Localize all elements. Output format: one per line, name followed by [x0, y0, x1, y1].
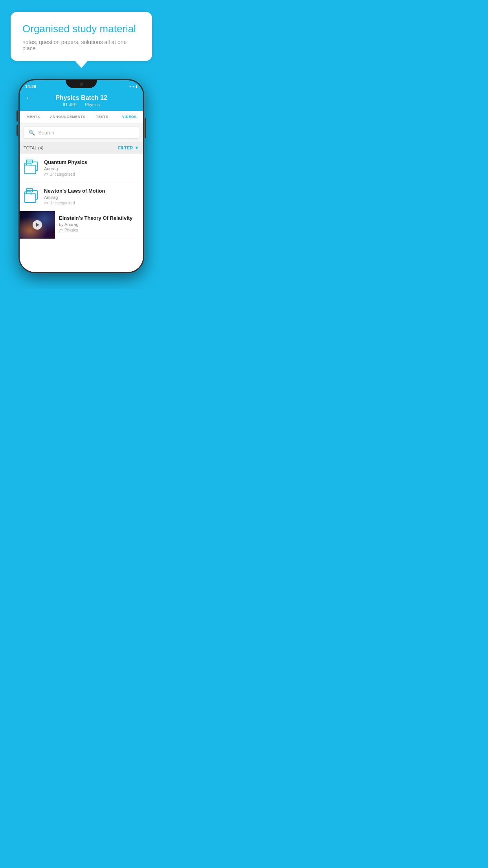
back-button[interactable]: ← — [25, 94, 32, 102]
filter-button[interactable]: FILTER ▼ — [118, 145, 139, 151]
item-tag-1: 🏷 Uncategorized — [44, 172, 139, 177]
signal-icon: ◂ — [132, 85, 134, 88]
wifi-icon: ▾ — [129, 85, 131, 88]
header-subtitle: IIT JEE Physics — [61, 102, 101, 107]
content-list: Quantum Physics Anurag 🏷 Uncategorized — [20, 154, 143, 272]
tabs-bar: MENTS ANNOUNCEMENTS TESTS VIDEOS — [20, 111, 143, 123]
app-header: ← Physics Batch 12 IIT JEE Physics — [20, 91, 143, 111]
search-placeholder: Search — [38, 130, 54, 136]
tag-icon-1: 🏷 — [44, 172, 48, 177]
speech-bubble: Organised study material notes, question… — [11, 12, 152, 61]
header-row: ← Physics Batch 12 — [25, 94, 138, 101]
bubble-title: Organised study material — [22, 23, 140, 35]
list-item-video[interactable]: Einstein's Theory Of Relativity by Anura… — [20, 211, 143, 239]
notch — [66, 80, 97, 88]
video-title-3: Einstein's Theory Of Relativity — [59, 215, 139, 221]
video-author-3: by Anurag — [59, 222, 139, 227]
tab-tests[interactable]: TESTS — [88, 111, 116, 123]
video-tag-3: 🏷 Physics — [59, 228, 139, 232]
play-icon — [36, 223, 39, 227]
search-bar: 🔍 Search — [20, 123, 143, 142]
app-screen: ← Physics Batch 12 IIT JEE Physics MENTS… — [20, 91, 143, 272]
item-author-2: Anurag — [44, 195, 139, 200]
item-title-1: Quantum Physics — [44, 159, 139, 165]
tag-label-3: Physics — [64, 228, 78, 232]
phone-frame: 14:29 ▾ ◂ ▮ ← Physics Batch 12 IIT JEE — [18, 79, 144, 273]
list-item[interactable]: Quantum Physics Anurag 🏷 Uncategorized — [20, 154, 143, 182]
search-input-container[interactable]: 🔍 Search — [24, 127, 139, 139]
list-item[interactable]: Newton's Laws of Motion Anurag 🏷 Uncateg… — [20, 182, 143, 211]
phone-side-left-2 — [17, 125, 18, 136]
folder-icon-1 — [24, 159, 39, 177]
phone-side-left — [17, 110, 18, 121]
item-tag-2: 🏷 Uncategorized — [44, 201, 139, 205]
total-count: TOTAL (4) — [24, 145, 44, 150]
tab-videos[interactable]: VIDEOS — [116, 111, 143, 123]
status-icons: ▾ ◂ ▮ — [129, 85, 138, 88]
filter-icon: ▼ — [134, 145, 139, 151]
tag-icon-3: 🏷 — [59, 228, 63, 232]
phone-side-right — [145, 118, 146, 138]
folder-front-1 — [24, 165, 36, 174]
play-button[interactable] — [33, 220, 42, 230]
tag-label-1: Uncategorized — [50, 172, 75, 177]
tab-announcements[interactable]: ANNOUNCEMENTS — [47, 111, 88, 123]
phone-wrapper: 14:29 ▾ ◂ ▮ ← Physics Batch 12 IIT JEE — [18, 79, 144, 273]
tag-label-2: Uncategorized — [50, 201, 75, 205]
status-bar: 14:29 ▾ ◂ ▮ — [20, 80, 143, 91]
folder-icon-2 — [24, 188, 39, 205]
item-title-2: Newton's Laws of Motion — [44, 188, 139, 194]
header-title: Physics Batch 12 — [55, 94, 107, 101]
subtitle-part1: IIT JEE — [63, 102, 77, 107]
tag-icon-2: 🏷 — [44, 201, 48, 205]
item-content-1: Quantum Physics Anurag 🏷 Uncategorized — [44, 159, 139, 177]
status-time: 14:29 — [25, 84, 36, 89]
subtitle-part2: Physics — [85, 102, 100, 107]
search-icon: 🔍 — [29, 130, 35, 136]
filter-label: FILTER — [118, 145, 133, 150]
notch-camera — [80, 83, 83, 86]
filter-bar: TOTAL (4) FILTER ▼ — [20, 142, 143, 154]
battery-icon: ▮ — [136, 85, 138, 88]
item-content-2: Newton's Laws of Motion Anurag 🏷 Uncateg… — [44, 188, 139, 205]
bubble-subtitle: notes, question papers, solutions all at… — [22, 39, 140, 51]
tab-ments[interactable]: MENTS — [20, 111, 47, 123]
video-thumbnail — [20, 211, 55, 239]
video-content-3: Einstein's Theory Of Relativity by Anura… — [55, 211, 143, 236]
folder-front-2 — [24, 193, 36, 203]
item-author-1: Anurag — [44, 166, 139, 171]
top-section: Organised study material notes, question… — [0, 0, 163, 65]
